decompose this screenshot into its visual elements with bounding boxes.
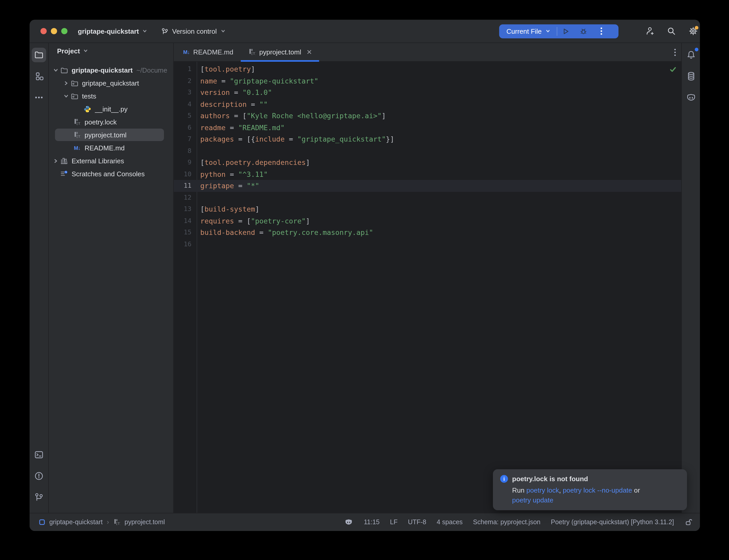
line-number: 10 <box>174 168 191 180</box>
poetry-lock-no-update-link[interactable]: poetry lock --no-update <box>563 486 632 494</box>
python-file-icon <box>83 105 91 113</box>
terminal-icon <box>34 450 44 460</box>
chevron-down-icon <box>220 29 226 34</box>
line-number: 5 <box>174 110 191 122</box>
more-tools-button[interactable] <box>32 90 46 105</box>
code-lines: 1[tool.poetry] 2name = "griptape-quickst… <box>174 62 681 250</box>
tree-row-readme-md[interactable]: M↓ README.md <box>49 142 173 155</box>
breadcrumb-file[interactable]: pyproject.toml <box>124 519 165 526</box>
info-icon: i <box>500 475 508 483</box>
status-bar: griptape-quickstart › [T] pyproject.toml… <box>30 513 700 531</box>
vcs-widget[interactable]: Version control <box>161 27 226 35</box>
tree-row-tests[interactable]: tests <box>49 90 173 103</box>
run-button[interactable] <box>557 27 575 35</box>
search-everywhere-button[interactable] <box>666 26 677 36</box>
folder-icon <box>60 66 68 74</box>
chevron-down-icon <box>63 93 69 99</box>
unlocked-icon[interactable] <box>684 518 693 526</box>
notification-title: poetry.lock is not found <box>512 475 588 483</box>
tree-item-label: poetry.lock <box>85 118 117 126</box>
tree-row-external-libraries[interactable]: External Libraries <box>49 155 173 167</box>
tree-row-poetry-lock[interactable]: [T] poetry.lock <box>49 116 173 129</box>
ide-window: griptape-quickstart Version control Curr… <box>30 20 700 531</box>
zoom-window-button[interactable] <box>61 28 67 34</box>
line-number: 15 <box>174 227 191 238</box>
vcs-widget-label: Version control <box>172 27 217 35</box>
code-line: 10python = "^3.11" <box>174 168 681 180</box>
library-icon <box>60 157 68 165</box>
notification-popup[interactable]: i poetry.lock is not found Run poetry lo… <box>493 469 687 510</box>
close-tab-icon[interactable]: ✕ <box>306 48 312 56</box>
breadcrumb-root[interactable]: griptape-quickstart <box>49 519 103 526</box>
notifications-tool-button[interactable] <box>684 48 698 62</box>
svg-text:[T]: [T] <box>76 122 81 125</box>
status-encoding[interactable]: UTF-8 <box>408 519 426 526</box>
project-panel-title: Project <box>57 47 80 55</box>
minimize-window-button[interactable] <box>51 28 57 34</box>
settings-update-badge <box>695 26 698 30</box>
tree-item-label: griptape-quickstart <box>72 66 133 74</box>
tree-item-label: griptape_quickstart <box>82 79 139 87</box>
more-run-options-button[interactable] <box>593 27 610 35</box>
code-line: 6readme = "README.md" <box>174 122 681 133</box>
toml-file-icon: [T] <box>73 118 81 126</box>
project-tool-button[interactable] <box>32 48 46 62</box>
status-widgets: 11:15 LF UTF-8 4 spaces Schema: pyprojec… <box>344 517 700 527</box>
code-editor[interactable]: 1[tool.poetry] 2name = "griptape-quickst… <box>174 62 681 513</box>
close-window-button[interactable] <box>40 28 47 34</box>
notification-body: Run poetry lock, poetry lock --no-update… <box>512 485 680 505</box>
toml-file-icon: [T] <box>73 131 81 139</box>
status-indent[interactable]: 4 spaces <box>437 519 463 526</box>
tree-row-scratches[interactable]: Scratches and Consoles <box>49 167 173 180</box>
status-cursor-position[interactable]: 11:15 <box>364 519 380 526</box>
tree-item-label: pyproject.toml <box>85 131 127 139</box>
status-schema[interactable]: Schema: pyproject.json <box>473 519 540 526</box>
copilot-status-icon[interactable] <box>344 517 353 527</box>
line-number: 6 <box>174 122 191 133</box>
chevron-right-icon <box>63 80 69 86</box>
run-configuration-widget[interactable]: Current File <box>499 24 619 38</box>
debug-button[interactable] <box>575 27 593 35</box>
poetry-update-link[interactable]: poetry update <box>512 496 553 504</box>
tree-row-project-root[interactable]: griptape-quickstart ~/Docume <box>49 64 173 77</box>
add-user-icon <box>644 26 655 36</box>
tree-row-package[interactable]: griptape_quickstart <box>49 77 173 90</box>
toml-file-icon: [T] <box>248 48 255 56</box>
tree-item-label: Scratches and Consoles <box>72 170 145 178</box>
code-line: 16 <box>174 238 681 250</box>
vcs-tool-button[interactable] <box>32 490 46 505</box>
package-folder-icon <box>70 79 79 87</box>
chevron-down-icon <box>83 48 88 53</box>
project-panel-header[interactable]: Project <box>49 43 173 59</box>
code-with-me-button[interactable] <box>644 26 655 36</box>
tab-readme-md[interactable]: M↓ README.md <box>176 43 240 61</box>
folder-icon <box>34 50 44 60</box>
svg-text:[T]: [T] <box>251 52 256 55</box>
problems-tool-button[interactable] <box>32 469 46 483</box>
left-activity-bar <box>30 43 49 513</box>
tree-row-init-py[interactable]: __init__.py <box>49 103 173 116</box>
left-activity-bar-bottom <box>32 447 46 513</box>
ai-assistant-tool-button[interactable] <box>684 90 698 105</box>
tree-item-label: __init__.py <box>95 105 128 113</box>
project-widget[interactable]: griptape-quickstart <box>78 27 147 35</box>
status-line-ending[interactable]: LF <box>390 519 398 526</box>
terminal-tool-button[interactable] <box>32 447 46 462</box>
editor-tab-bar: M↓ README.md [T] pyproject.toml ✕ <box>174 43 681 62</box>
structure-tool-button[interactable] <box>32 69 46 83</box>
settings-button[interactable] <box>688 26 698 36</box>
code-line: 3version = "0.1.0" <box>174 87 681 98</box>
tab-options-button[interactable] <box>674 43 676 61</box>
chevron-down-icon <box>53 67 58 73</box>
problems-icon <box>34 471 44 481</box>
tree-row-pyproject-toml[interactable]: [T] pyproject.toml <box>49 129 173 142</box>
poetry-lock-link[interactable]: poetry lock <box>526 486 559 494</box>
status-interpreter[interactable]: Poetry (griptape-quickstart) [Python 3.1… <box>551 519 674 526</box>
breadcrumb-separator: › <box>107 519 109 526</box>
code-line: 7packages = [{include = "griptape_quicks… <box>174 133 681 145</box>
project-icon <box>39 519 45 525</box>
line-number: 14 <box>174 215 191 227</box>
breadcrumbs: griptape-quickstart › [T] pyproject.toml <box>30 519 165 526</box>
tab-pyproject-toml[interactable]: [T] pyproject.toml ✕ <box>240 43 319 61</box>
database-tool-button[interactable] <box>684 69 698 83</box>
